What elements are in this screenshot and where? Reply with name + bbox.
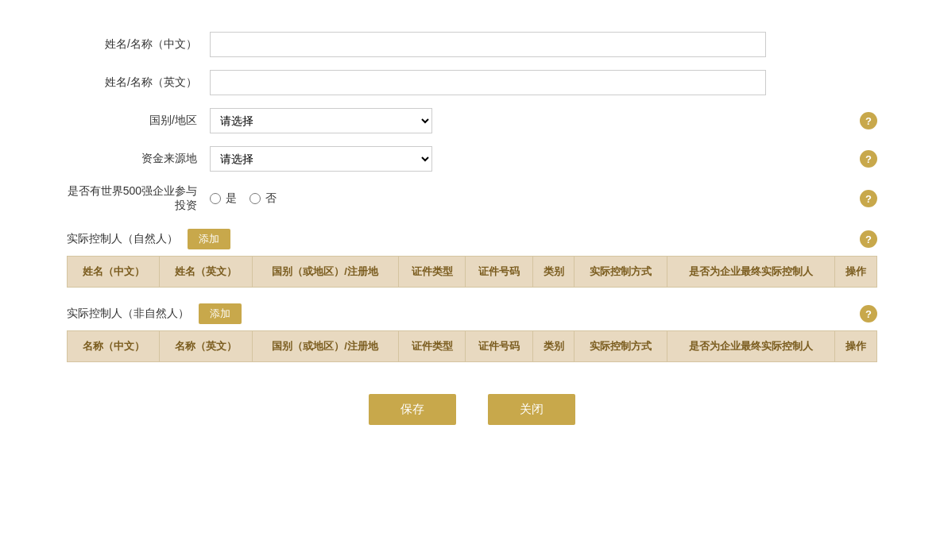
natural-person-add-button[interactable]: 添加 xyxy=(188,229,230,249)
fortune500-no-radio[interactable] xyxy=(250,193,261,204)
natural-person-table: 姓名（中文） 姓名（英文） 国别（或地区）/注册地 证件类型 证件号码 类别 实… xyxy=(67,256,877,288)
name-en-inner: 姓名/名称（英文） xyxy=(67,70,877,95)
non-natural-person-section: 实际控制人（非自然人） 添加 ? 名称（中文） 名称（英文） 国别（或地区）/注… xyxy=(67,303,877,362)
fund-source-help-col: ? xyxy=(845,150,877,168)
close-button[interactable]: 关闭 xyxy=(488,394,575,425)
natural-person-help-col: ? xyxy=(845,230,877,248)
fortune500-yes[interactable]: 是 xyxy=(210,191,237,206)
fortune500-radio-group: 是 否 xyxy=(210,191,277,206)
country-label: 国别/地区 xyxy=(67,114,210,128)
fund-source-help-icon[interactable]: ? xyxy=(860,150,877,168)
np-col-country: 国别（或地区）/注册地 xyxy=(252,257,398,288)
fortune500-help-icon[interactable]: ? xyxy=(860,190,877,207)
np-col-is-final-controller: 是否为企业最终实际控制人 xyxy=(667,257,835,288)
name-en-row: 姓名/名称（英文） xyxy=(67,70,877,95)
np-col-control-method: 实际控制方式 xyxy=(575,257,667,288)
nnp-col-name-en: 名称（英文） xyxy=(160,331,252,362)
fund-source-row: 资金来源地 请选择 ? xyxy=(67,146,877,172)
page-container: 姓名/名称（中文） 姓名/名称（英文） 国别/地区 请选择 ? xyxy=(35,16,909,457)
non-natural-person-title: 实际控制人（非自然人） xyxy=(67,307,189,321)
fortune500-yes-radio[interactable] xyxy=(210,193,221,204)
non-natural-person-table: 名称（中文） 名称（英文） 国别（或地区）/注册地 证件类型 证件号码 类别 实… xyxy=(67,330,877,362)
nnp-col-operation: 操作 xyxy=(835,331,877,362)
natural-person-help-icon[interactable]: ? xyxy=(860,230,877,248)
country-inner: 国别/地区 请选择 xyxy=(67,108,845,133)
fortune500-yes-label: 是 xyxy=(226,191,237,206)
non-natural-person-add-button[interactable]: 添加 xyxy=(199,303,242,324)
fund-source-select[interactable]: 请选择 xyxy=(210,146,432,172)
fortune500-help-col: ? xyxy=(845,190,877,207)
nnp-col-name-cn: 名称（中文） xyxy=(68,331,160,362)
non-natural-person-header: 实际控制人（非自然人） 添加 ? xyxy=(67,303,877,324)
non-natural-person-help-icon[interactable]: ? xyxy=(860,305,877,322)
non-natural-person-help-col: ? xyxy=(845,305,877,322)
name-cn-input[interactable] xyxy=(210,32,766,57)
country-select[interactable]: 请选择 xyxy=(210,108,432,133)
fortune500-no[interactable]: 否 xyxy=(250,191,277,206)
nnp-col-country: 国别（或地区）/注册地 xyxy=(252,331,398,362)
np-col-category: 类别 xyxy=(532,257,575,288)
np-col-name-cn: 姓名（中文） xyxy=(68,257,160,288)
natural-person-header-row: 姓名（中文） 姓名（英文） 国别（或地区）/注册地 证件类型 证件号码 类别 实… xyxy=(68,257,877,288)
natural-person-title: 实际控制人（自然人） xyxy=(67,232,178,246)
np-col-cert-type: 证件类型 xyxy=(398,257,465,288)
name-en-label: 姓名/名称（英文） xyxy=(67,75,210,90)
fortune500-inner: 是否有世界500强企业参与投资 是 否 xyxy=(67,184,845,213)
country-row: 国别/地区 请选择 ? xyxy=(67,108,877,133)
fortune500-no-label: 否 xyxy=(265,191,277,206)
np-col-name-en: 姓名（英文） xyxy=(160,257,252,288)
nnp-col-is-final-controller: 是否为企业最终实际控制人 xyxy=(667,331,835,362)
form-section: 姓名/名称（中文） 姓名/名称（英文） 国别/地区 请选择 ? xyxy=(67,32,877,213)
nnp-col-category: 类别 xyxy=(532,331,575,362)
name-en-input[interactable] xyxy=(210,70,766,95)
fortune500-row: 是否有世界500强企业参与投资 是 否 ? xyxy=(67,184,877,213)
natural-person-header: 实际控制人（自然人） 添加 ? xyxy=(67,229,877,249)
non-natural-person-thead: 名称（中文） 名称（英文） 国别（或地区）/注册地 证件类型 证件号码 类别 实… xyxy=(68,331,877,362)
np-col-operation: 操作 xyxy=(835,257,877,288)
fortune500-label: 是否有世界500强企业参与投资 xyxy=(67,184,210,213)
nnp-col-cert-type: 证件类型 xyxy=(398,331,465,362)
nnp-col-cert-no: 证件号码 xyxy=(466,331,532,362)
bottom-buttons: 保存 关闭 xyxy=(67,394,877,425)
name-cn-label: 姓名/名称（中文） xyxy=(67,37,210,52)
country-help-col: ? xyxy=(845,112,877,129)
country-help-icon[interactable]: ? xyxy=(860,112,877,129)
natural-person-section: 实际控制人（自然人） 添加 ? 姓名（中文） 姓名（英文） 国别（或地区）/注册… xyxy=(67,229,877,288)
fund-source-label: 资金来源地 xyxy=(67,152,210,166)
np-col-cert-no: 证件号码 xyxy=(466,257,532,288)
non-natural-person-header-row: 名称（中文） 名称（英文） 国别（或地区）/注册地 证件类型 证件号码 类别 实… xyxy=(68,331,877,362)
save-button[interactable]: 保存 xyxy=(369,394,456,425)
natural-person-thead: 姓名（中文） 姓名（英文） 国别（或地区）/注册地 证件类型 证件号码 类别 实… xyxy=(68,257,877,288)
nnp-col-control-method: 实际控制方式 xyxy=(575,331,667,362)
name-cn-row: 姓名/名称（中文） xyxy=(67,32,877,57)
name-cn-inner: 姓名/名称（中文） xyxy=(67,32,877,57)
fund-source-inner: 资金来源地 请选择 xyxy=(67,146,845,172)
